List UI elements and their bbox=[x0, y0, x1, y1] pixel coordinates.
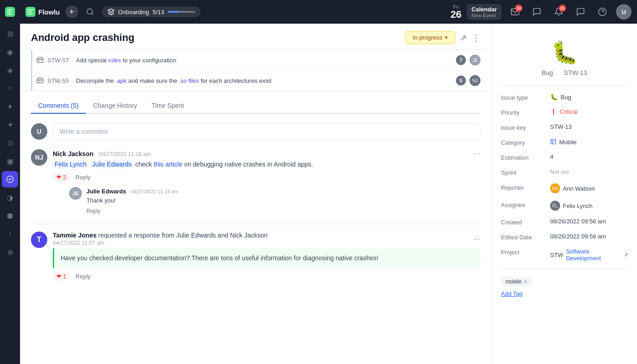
comment-link[interactable]: this article bbox=[154, 161, 182, 168]
priority-icon: ❗ bbox=[550, 109, 557, 115]
subtask-link[interactable]: .apk bbox=[116, 77, 127, 84]
sidebar-item-goals[interactable]: ○ bbox=[2, 80, 18, 96]
calendar-title: Calendar bbox=[471, 6, 497, 13]
tag-remove-button[interactable]: ✕ bbox=[523, 278, 528, 285]
subtask-link2[interactable]: .so files bbox=[179, 77, 199, 84]
subtask-link[interactable]: rules bbox=[108, 57, 121, 64]
calendar-widget[interactable]: Calendar New Event bbox=[467, 4, 501, 20]
nested-time: 04/27/2022 11:18 am bbox=[131, 189, 178, 194]
tab-comments[interactable]: Comments (5) bbox=[31, 98, 86, 114]
sidebar-item-finance[interactable]: ▣ bbox=[2, 153, 18, 169]
nested-body: Julie Edwards 04/27/2022 11:18 am Thank … bbox=[86, 187, 480, 215]
subtask-count: 5 bbox=[456, 76, 466, 86]
comment-header-left: Nick Jackson 04/27/2022 11:18 am bbox=[53, 150, 151, 158]
mention-julie: Julie Edwards bbox=[90, 160, 133, 168]
request-reply-button[interactable]: Reply bbox=[76, 273, 91, 280]
search-icon[interactable] bbox=[84, 5, 96, 18]
onboarding-progress-fill bbox=[168, 11, 178, 13]
messages-button[interactable] bbox=[572, 4, 589, 20]
subtask-item[interactable]: STW-55 Decompile the .apk and make sure … bbox=[31, 71, 480, 91]
sidebar-item-automation[interactable]: ⊕ bbox=[2, 244, 18, 260]
subtask-avatar: NJ bbox=[470, 75, 480, 86]
request-reaction-button[interactable]: ❤ 1 bbox=[53, 272, 70, 281]
nav-date-num: 26 bbox=[450, 10, 461, 20]
detail-value-category: Mobile bbox=[550, 138, 576, 146]
nested-comment: JE Julie Edwards 04/27/2022 11:18 am Tha… bbox=[69, 187, 480, 215]
project-link[interactable]: Software Development bbox=[566, 248, 628, 262]
onboarding-progress-bar bbox=[168, 11, 195, 13]
chat-button[interactable] bbox=[529, 4, 545, 20]
detail-value-type: 🐛 Bug bbox=[550, 93, 571, 101]
subtask-icon bbox=[36, 56, 44, 65]
notifications-badge: 21 bbox=[559, 5, 566, 12]
subtask-item[interactable]: STW-57 Add special rules to your configu… bbox=[31, 50, 480, 71]
detail-row-reporter: Reporter AW Ann Watson bbox=[501, 183, 628, 193]
issue-header: Android app crashing In progress ⇗ ⋮ bbox=[20, 24, 491, 50]
comment-body: Nick Jackson 04/27/2022 11:18 am ⋯ Felix… bbox=[53, 149, 480, 215]
sidebar-item-forms[interactable]: ⬢ bbox=[2, 207, 18, 224]
sidebar-item-flowlu[interactable] bbox=[2, 171, 18, 187]
tag-pill-mobile: mobile ✕ bbox=[501, 277, 628, 287]
issue-type-label: Bug STW-13 bbox=[542, 69, 587, 76]
request-more-button[interactable]: ⋯ bbox=[473, 235, 480, 243]
reaction-button[interactable]: ❤ 2 bbox=[53, 173, 70, 182]
sidebar-item-dashboard[interactable]: ⊞ bbox=[2, 25, 18, 42]
onboarding-label: Onboarding bbox=[118, 9, 149, 15]
reply-button[interactable]: Reply bbox=[76, 174, 91, 181]
detail-row-priority: Priority ❗ Critical bbox=[501, 108, 628, 116]
issue-title: Android app crashing bbox=[31, 32, 134, 44]
detail-value-created: 08/26/2022 09:56 am bbox=[550, 218, 606, 225]
link-button[interactable]: ⇗ bbox=[460, 33, 467, 43]
sidebar-item-tasks[interactable]: ✦ bbox=[2, 116, 18, 133]
detail-value-reporter: AW Ann Watson bbox=[550, 183, 595, 193]
detail-value-priority: ❗ Critical bbox=[550, 108, 578, 115]
svg-rect-8 bbox=[37, 78, 43, 82]
detail-label-assignee: Assignee bbox=[501, 201, 546, 208]
comment-input[interactable]: Write a comment bbox=[53, 123, 480, 140]
mail-button[interactable]: 10 bbox=[507, 4, 523, 20]
subtask-count: 7 bbox=[456, 55, 466, 65]
request-block: T Tammie Jones requested a response from… bbox=[31, 232, 480, 281]
assignee-avatar: FL bbox=[550, 201, 560, 211]
sidebar-item-issues[interactable]: ◉ bbox=[2, 44, 18, 60]
add-button[interactable]: + bbox=[66, 5, 78, 18]
detail-row-project: Project STW Software Development bbox=[501, 248, 628, 262]
tab-time-spent[interactable]: Time Spent bbox=[144, 98, 191, 114]
sidebar-logo[interactable] bbox=[2, 4, 18, 20]
onboarding-pill[interactable]: Onboarding 5/13 bbox=[102, 6, 201, 17]
notifications-button[interactable]: 21 bbox=[551, 4, 567, 20]
category-icon bbox=[550, 138, 556, 146]
topnav: Flowlu + Onboarding 5/13 Fri 26 Calendar… bbox=[20, 0, 637, 24]
subtasks-area: STW-57 Add special rules to your configu… bbox=[20, 50, 491, 91]
comment-block: NJ Nick Jackson 04/27/2022 11:18 am ⋯ Fe… bbox=[31, 149, 480, 215]
bug-icon: 🐛 bbox=[551, 40, 578, 66]
request-content: Have you checked developer documentation… bbox=[53, 248, 480, 268]
status-badge[interactable]: In progress bbox=[405, 31, 455, 44]
detail-label-reporter: Reporter bbox=[501, 183, 546, 191]
detail-label-project: Project bbox=[501, 248, 546, 256]
subtask-text: Decompile the .apk and make sure the .so… bbox=[76, 77, 452, 84]
detail-row-sprint: Sprint Not set bbox=[501, 168, 628, 176]
tab-change-history[interactable]: Change History bbox=[86, 98, 145, 114]
help-button[interactable] bbox=[594, 4, 611, 20]
sidebar-item-crm[interactable]: ♦ bbox=[2, 98, 18, 115]
sidebar-item-reports[interactable]: ↑ bbox=[2, 226, 18, 242]
mention-felix: Felix Lynch bbox=[53, 160, 88, 168]
tag-label: mobile bbox=[506, 278, 521, 285]
sidebar-item-team[interactable]: ⊙ bbox=[2, 135, 18, 151]
detail-row-edited: Edited Date 08/26/2022 09:56 am bbox=[501, 233, 628, 241]
comment-time: 04/27/2022 11:18 am bbox=[99, 151, 151, 157]
issue-content: Android app crashing In progress ⇗ ⋮ STW… bbox=[20, 24, 491, 364]
user-avatar[interactable]: U bbox=[616, 4, 632, 20]
subtask-icon bbox=[36, 76, 44, 85]
sidebar-item-projects[interactable]: ◈ bbox=[2, 62, 18, 78]
app-logo[interactable]: Flowlu bbox=[25, 7, 60, 17]
add-tag-button[interactable]: Add Tag bbox=[501, 290, 628, 297]
nested-reply-button[interactable]: Reply bbox=[86, 208, 101, 214]
more-button[interactable]: ⋮ bbox=[471, 32, 480, 43]
svg-rect-9 bbox=[551, 139, 556, 144]
comment-more-button[interactable]: ⋯ bbox=[473, 149, 480, 158]
sidebar-item-knowledge[interactable]: ◑ bbox=[2, 189, 18, 206]
subtask-id: STW-55 bbox=[47, 77, 72, 84]
nav-date: Fri 26 bbox=[450, 5, 461, 20]
